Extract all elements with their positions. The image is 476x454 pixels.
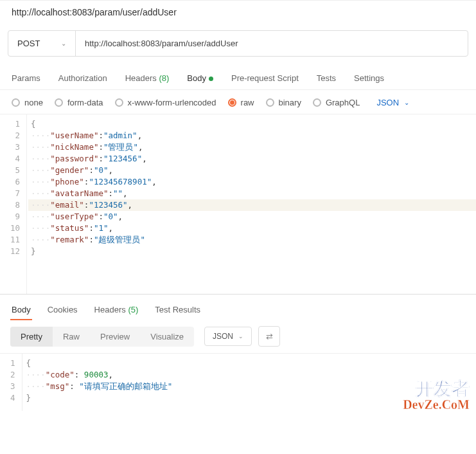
body-format-select[interactable]: JSON⌄ [376, 98, 409, 107]
watermark: 开发者 DevZe.CoM [403, 380, 470, 411]
chevron-down-icon: ⌄ [61, 40, 66, 47]
radio-icon [313, 98, 321, 107]
radio-icon [55, 98, 63, 107]
resp-tab-body[interactable]: Body [10, 301, 32, 320]
tab-tests[interactable]: Tests [315, 68, 337, 89]
response-view-row: Pretty Raw Preview Visualize JSON⌄ ⇄ [0, 320, 476, 353]
resp-tab-testresults[interactable]: Test Results [154, 301, 202, 320]
response-format-select[interactable]: JSON⌄ [204, 327, 252, 346]
view-raw[interactable]: Raw [53, 327, 90, 347]
method-select[interactable]: POST ⌄ [8, 31, 76, 56]
wrap-lines-button[interactable]: ⇄ [258, 326, 280, 347]
editor-gutter: 123456789101112 [0, 114, 27, 294]
radio-formdata[interactable]: form-data [55, 98, 103, 107]
resp-tab-headers[interactable]: Headers (5) [93, 301, 140, 320]
tab-settings[interactable]: Settings [353, 68, 385, 89]
radio-raw[interactable]: raw [228, 98, 254, 107]
url-input[interactable]: http://localhost:8083/param/user/addUser [76, 31, 468, 56]
tab-headers[interactable]: Headers (8) [124, 68, 171, 89]
method-label: POST [17, 39, 40, 48]
chevron-down-icon: ⌄ [404, 99, 409, 106]
response-body-editor[interactable]: 1234 {····"code": 90003,····"msg": "请填写正… [0, 353, 476, 411]
request-tabs: Params Authorization Headers (8) Body Pr… [0, 66, 476, 90]
body-modified-dot-icon [209, 77, 213, 81]
view-mode-group: Pretty Raw Preview Visualize [10, 327, 194, 347]
tab-authorization[interactable]: Authorization [57, 68, 109, 89]
view-visualize[interactable]: Visualize [140, 327, 194, 347]
radio-xwww[interactable]: x-www-form-urlencoded [115, 98, 216, 107]
view-pretty[interactable]: Pretty [10, 327, 53, 347]
tab-params[interactable]: Params [10, 68, 42, 89]
tab-body-label: Body [187, 73, 206, 83]
radio-none[interactable]: none [12, 98, 43, 107]
tab-prerequest[interactable]: Pre-request Script [230, 68, 300, 89]
chevron-down-icon: ⌄ [238, 333, 243, 340]
view-preview[interactable]: Preview [90, 327, 140, 347]
radio-graphql[interactable]: GraphQL [313, 98, 360, 107]
editor-gutter: 1234 [0, 354, 22, 411]
radio-icon [228, 98, 236, 107]
radio-binary[interactable]: binary [266, 98, 301, 107]
tab-headers-count: (8) [159, 73, 169, 83]
request-body-editor[interactable]: 123456789101112 {····"userName":"admin",… [0, 114, 476, 294]
tab-body[interactable]: Body [186, 68, 215, 89]
radio-icon [12, 98, 20, 107]
radio-icon [266, 98, 274, 107]
response-tabs: Body Cookies Headers (5) Test Results [0, 294, 476, 320]
resp-tab-cookies[interactable]: Cookies [46, 301, 79, 320]
tab-headers-label: Headers [125, 73, 157, 83]
body-type-row: none form-data x-www-form-urlencoded raw… [0, 90, 476, 114]
request-title: http://localhost:8083/param/user/addUser [0, 0, 476, 26]
wrap-icon: ⇄ [266, 332, 273, 341]
radio-icon [115, 98, 123, 107]
editor-code[interactable]: {····"userName":"admin",····"nickName":"… [28, 114, 476, 294]
request-row: POST ⌄ http://localhost:8083/param/user/… [8, 30, 468, 57]
